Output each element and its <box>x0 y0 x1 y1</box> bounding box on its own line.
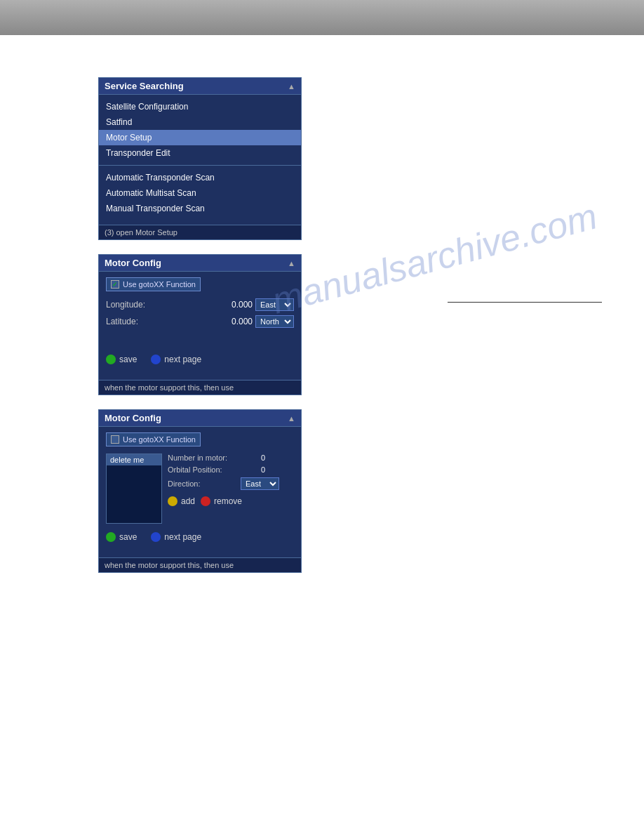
use-gotoxx-checkbox-1[interactable] <box>111 280 119 289</box>
next-page-button-1[interactable]: next page <box>151 355 201 364</box>
longitude-label: Longitude: <box>106 300 220 310</box>
add-dot <box>168 496 177 506</box>
use-gotoxx-checkbox-row-1[interactable]: Use gotoXX Function <box>106 277 201 291</box>
service-searching-title: Service Searching ▲ <box>99 78 301 95</box>
motor1-button-row: save next page <box>106 355 294 364</box>
list-item-delete-me[interactable]: delete me <box>107 454 161 465</box>
menu-auto-tp-scan[interactable]: Automatic Transponder Scan <box>99 170 301 185</box>
motor2-button-row: save next page <box>106 532 294 542</box>
menu-manual-tp-scan[interactable]: Manual Transponder Scan <box>99 201 301 216</box>
menu-auto-multisat[interactable]: Automatic Multisat Scan <box>99 185 301 201</box>
orbital-position-value: 0 <box>241 465 265 474</box>
menu-satfind[interactable]: Satfind <box>99 114 301 130</box>
remove-dot <box>201 496 210 506</box>
save-button-2[interactable]: save <box>106 532 137 542</box>
motor2-hint: when the motor support this, then use <box>99 557 301 572</box>
direction-row: Direction: East West <box>168 477 294 490</box>
use-gotoxx-checkbox-2[interactable] <box>111 435 119 444</box>
panel-arrow-1: ▲ <box>288 82 295 91</box>
panel-arrow-3: ▲ <box>288 414 295 423</box>
next-page-button-2[interactable]: next page <box>151 532 201 542</box>
next-dot-1 <box>151 355 161 364</box>
top-bar <box>0 0 644 35</box>
use-gotoxx-label-2: Use gotoXX Function <box>123 435 196 444</box>
menu-transponder-edit[interactable]: Transponder Edit <box>99 145 301 161</box>
motor1-hint: when the motor support this, then use <box>99 380 301 395</box>
save-button-1[interactable]: save <box>106 355 137 364</box>
latitude-direction-select[interactable]: North South <box>255 315 294 328</box>
use-gotoxx-label-1: Use gotoXX Function <box>123 280 196 289</box>
menu-divider-1 <box>99 165 301 166</box>
motor-config-1-title: Motor Config ▲ <box>99 255 301 272</box>
menu-satellite-config[interactable]: Satellite Configuration <box>99 99 301 114</box>
latitude-value: 0.000 <box>220 317 255 326</box>
decorative-line <box>448 302 602 303</box>
longitude-direction-select[interactable]: East West <box>255 298 294 311</box>
direction-select-2[interactable]: East West <box>241 477 279 490</box>
save-dot-2 <box>106 532 116 542</box>
motor-config-panel-2: Motor Config ▲ Use gotoXX Function delet… <box>98 409 302 573</box>
next-dot-2 <box>151 532 161 542</box>
remove-button[interactable]: remove <box>201 496 242 506</box>
orbital-position-label: Orbital Position: <box>168 465 238 474</box>
latitude-row: Latitude: 0.000 North South <box>106 315 294 328</box>
motor-list-box[interactable]: delete me <box>106 454 162 524</box>
save-dot-1 <box>106 355 116 364</box>
orbital-position-row: Orbital Position: 0 <box>168 465 294 474</box>
motor2-right-form: Number in motor: 0 Orbital Position: 0 D… <box>168 454 294 524</box>
number-in-motor-row: Number in motor: 0 <box>168 454 294 462</box>
menu-motor-setup[interactable]: Motor Setup <box>99 130 301 145</box>
use-gotoxx-checkbox-row-2[interactable]: Use gotoXX Function <box>106 432 201 446</box>
service-searching-panel: Service Searching ▲ Satellite Configurat… <box>98 77 302 240</box>
direction-label: Direction: <box>168 479 238 488</box>
add-button[interactable]: add <box>168 496 195 506</box>
number-in-motor-label: Number in motor: <box>168 454 238 462</box>
longitude-row: Longitude: 0.000 East West <box>106 298 294 311</box>
latitude-label: Latitude: <box>106 317 220 326</box>
motor-config-panel-1: Motor Config ▲ Use gotoXX Function Longi… <box>98 254 302 395</box>
add-remove-row: add remove <box>168 496 294 506</box>
panel-arrow-2: ▲ <box>288 259 295 267</box>
motor2-list-area: delete me Number in motor: 0 Orbital Pos… <box>106 454 294 524</box>
service-hint: (3) open Motor Setup <box>99 225 301 239</box>
longitude-value: 0.000 <box>220 300 255 310</box>
motor-config-2-title: Motor Config ▲ <box>99 410 301 427</box>
number-in-motor-value: 0 <box>241 454 265 462</box>
